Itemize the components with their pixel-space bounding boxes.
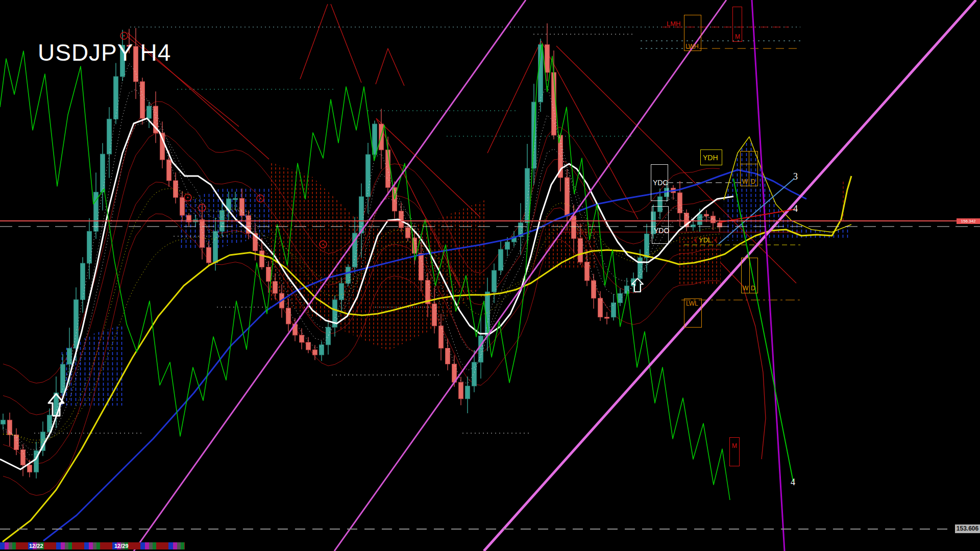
- level-label-lmh[interactable]: LMH: [667, 20, 680, 27]
- period-box-wd-lower[interactable]: W D: [741, 258, 758, 293]
- period-label-d-lower: D: [751, 285, 755, 291]
- wd-box-divider-v: [749, 152, 749, 186]
- level-label-ydc: YDC: [653, 179, 668, 186]
- level-label-ydl-group[interactable]: + YDL +: [693, 237, 717, 243]
- date-label-1222: 12/22: [29, 543, 43, 549]
- level-box-ydc[interactable]: YDC: [651, 164, 668, 201]
- current-price-tag: 156.342: [957, 218, 980, 224]
- period-label-d-upper: D: [751, 179, 755, 185]
- projection-label-4a: 4: [793, 204, 798, 213]
- level-label-lwh: LWH: [685, 43, 699, 49]
- price-chart-canvas[interactable]: [0, 0, 980, 551]
- level-box-ydh[interactable]: YDH: [700, 149, 722, 165]
- level-label-ydo: YDO: [654, 227, 669, 234]
- period-box-wd-upper[interactable]: W D: [740, 151, 758, 186]
- level-label-lwl: LWL: [686, 300, 698, 307]
- level-label-ydh: YDH: [703, 154, 718, 161]
- level-box-m-top[interactable]: M: [732, 7, 742, 42]
- price-level-tag: 153.606: [955, 524, 980, 533]
- projection-label-3: 3: [793, 172, 798, 181]
- plus-mark-right: +: [713, 236, 717, 244]
- projection-label-4b: 4: [791, 478, 795, 487]
- level-box-lwh[interactable]: LWH: [684, 15, 701, 51]
- wd-box-divider-v2: [749, 258, 750, 293]
- level-label-m-bottom: M: [732, 443, 737, 449]
- level-box-ydo[interactable]: YDO: [652, 206, 669, 244]
- wd-box-divider-h: [741, 164, 757, 164]
- chart-symbol-title: USDJPY H4: [38, 41, 171, 64]
- period-label-w-upper: W: [742, 179, 748, 185]
- level-label-ydl: YDL: [699, 236, 712, 244]
- level-box-lwl[interactable]: LWL: [684, 298, 702, 328]
- level-lines-front: [0, 221, 980, 529]
- period-label-w-lower: W: [743, 285, 748, 291]
- level-box-m-bottom[interactable]: M: [729, 437, 740, 466]
- period-indicator-strip: [0, 542, 185, 549]
- trading-chart-window: { "title": "USDJPY H4", "labels": { "lmh…: [0, 0, 980, 551]
- date-label-1229: 12/29: [114, 543, 129, 549]
- plus-mark-left: +: [693, 236, 697, 244]
- level-label-m-top: M: [735, 34, 740, 40]
